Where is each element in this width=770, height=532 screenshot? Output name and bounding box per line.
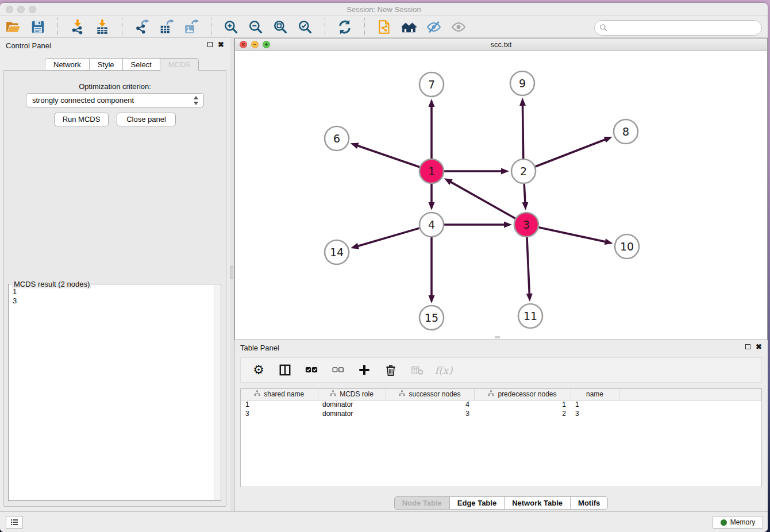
graph-edge-2-8[interactable] [536,139,607,167]
zoom-out-icon[interactable] [247,18,264,36]
refresh-layout-icon[interactable] [336,18,353,36]
graph-edge-2-9[interactable] [522,104,523,159]
table-settings-icon[interactable]: ⚙ [250,361,267,379]
graph-node-2[interactable]: 2 [511,159,536,183]
float-table-panel-icon[interactable] [745,344,750,349]
network-document-icon[interactable] [376,18,393,36]
table-cell[interactable]: dominator [318,400,386,409]
tab-select[interactable]: Select [123,58,160,71]
zoom-in-icon[interactable] [222,18,240,36]
close-table-panel-icon[interactable]: ✖ [756,344,762,349]
table-cell[interactable]: 3 [571,409,619,418]
graph-edge-arrowhead [429,202,435,210]
table-cell[interactable]: 2 [474,409,571,418]
column-header-MCDS-role[interactable]: MCDS role [318,389,386,400]
graph-node-7[interactable]: 7 [419,72,444,97]
import-network-icon[interactable] [69,18,86,36]
show-all-icon[interactable] [450,18,467,36]
zoom-selected-icon[interactable] [297,18,314,36]
table-cell[interactable]: 1 [571,400,619,409]
deselect-all-rows-icon[interactable] [329,361,346,379]
network-frame-titlebar[interactable]: × − + scc.txt [235,38,767,51]
graph-node-4[interactable]: 4 [419,213,444,237]
tab-network-table[interactable]: Network Table [505,496,571,510]
graph-edge-3-10[interactable] [538,228,606,242]
graph-node-10[interactable]: 10 [615,234,639,259]
tab-node-table[interactable]: Node Table [394,496,450,510]
graph-edge-3-11[interactable] [527,237,529,295]
memory-status-icon [721,519,727,526]
table-cell[interactable]: 3 [386,409,474,418]
export-network-icon[interactable] [133,18,151,36]
node-table-head: shared nameMCDS rolesuccessor nodesprede… [241,389,761,400]
graph-edge-3-1[interactable] [449,182,515,219]
column-header-shared-name[interactable]: shared name [241,389,318,400]
export-image-icon[interactable] [183,18,200,36]
criterion-select[interactable]: strongly connected component [26,93,204,107]
function-builder-icon[interactable]: f(x) [435,361,452,379]
hide-selected-icon[interactable] [425,18,442,36]
svg-text:11: 11 [523,310,537,322]
svg-text:7: 7 [428,78,435,91]
graph-edge-2-3[interactable] [524,184,525,204]
toggle-columns-icon[interactable] [276,361,294,379]
add-column-icon[interactable] [356,361,373,379]
divider-grip[interactable] [230,266,233,279]
close-panel-button[interactable]: Close panel [117,113,176,126]
graph-edge-1-6[interactable] [356,145,419,167]
result-scrollbar[interactable] [214,285,220,500]
graph-node-15[interactable]: 15 [419,306,444,330]
column-header-predecessor-nodes[interactable]: predecessor nodes [474,389,571,400]
table-cell[interactable]: 4 [386,400,474,409]
graph-node-11[interactable]: 11 [518,304,542,328]
tree-icon [330,390,336,398]
graph-node-6[interactable]: 6 [325,126,349,151]
toolbar-separator [57,18,58,36]
graph-node-1[interactable]: 1 [419,159,444,183]
table-cell[interactable]: 1 [241,400,318,409]
zoom-fit-icon[interactable] [272,18,289,36]
graph-node-9[interactable]: 9 [510,71,534,95]
delete-table-icon[interactable] [409,361,426,379]
toolbar-separator [211,18,211,36]
column-header-name[interactable]: name [571,389,619,400]
search-box[interactable] [594,20,762,36]
panel-divider[interactable] [230,38,234,511]
graph-node-8[interactable]: 8 [614,119,638,144]
tab-style[interactable]: Style [90,58,123,71]
table-row[interactable]: 1dominator411 [241,400,761,409]
network-canvas[interactable]: 7968124314101511 [235,51,767,340]
memory-button[interactable]: Memory [713,516,763,529]
import-table-icon[interactable] [94,18,111,36]
h-scrollbar-hint[interactable] [495,336,500,338]
tab-edge-table[interactable]: Edge Table [450,496,505,510]
graph-edge-arrowhead [429,295,435,303]
mcds-result-box[interactable]: MCDS result (2 nodes) 1 3 [8,284,221,501]
select-all-rows-icon[interactable] [303,361,320,379]
save-session-icon[interactable] [29,18,47,36]
table-cell[interactable]: 1 [474,400,571,409]
tab-network[interactable]: Network [45,58,90,71]
graph-edge-4-14[interactable] [357,228,419,246]
column-header-successor-nodes[interactable]: successor nodes [386,389,474,400]
graph-node-14[interactable]: 14 [325,240,349,264]
run-mcds-button[interactable]: Run MCDS [54,113,109,126]
table-cell[interactable]: 3 [241,409,318,418]
status-bar: Memory [0,511,768,532]
table-row[interactable]: 3dominator323 [241,409,761,418]
app-window: Session: New Session Control Panel ✖ Net… [0,3,768,532]
open-session-icon[interactable] [5,18,22,36]
task-history-button[interactable] [6,516,23,529]
float-panel-icon[interactable] [207,42,213,47]
graph-node-3[interactable]: 3 [514,213,538,237]
delete-column-icon[interactable] [382,361,399,379]
tab-motifs[interactable]: Motifs [571,496,608,510]
home-view-icon[interactable] [401,18,418,36]
table-cell[interactable]: dominator [318,409,386,418]
search-input[interactable] [609,22,761,34]
tab-mcds[interactable]: MCDS [160,58,199,71]
network-view-frame: × − + scc.txt 7968124314101511 [234,38,768,340]
export-table-icon[interactable] [158,18,175,36]
close-panel-icon[interactable]: ✖ [218,42,224,47]
node-table-body: 1dominator4113dominator323 [241,400,761,418]
